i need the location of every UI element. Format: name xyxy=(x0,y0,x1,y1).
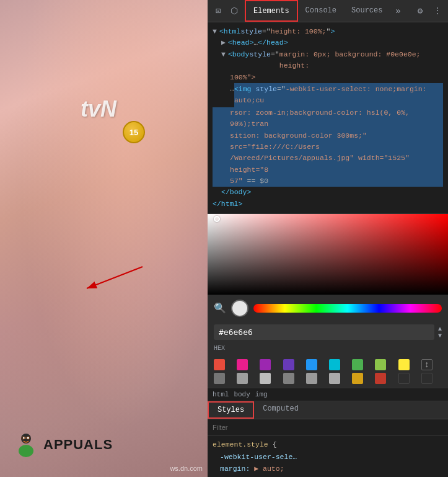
breadcrumb-img[interactable]: img xyxy=(255,391,268,398)
swatch-3[interactable] xyxy=(260,359,271,370)
breadcrumb-body[interactable]: body xyxy=(234,391,250,398)
html-line-3b: 100%"> xyxy=(213,72,443,83)
breadcrumb-html[interactable]: html xyxy=(213,391,229,398)
tab-sources[interactable]: Sources xyxy=(344,0,390,22)
svg-point-3 xyxy=(19,445,33,457)
filter-input[interactable] xyxy=(213,424,443,431)
swatch-6[interactable] xyxy=(329,359,340,370)
hue-slider[interactable] xyxy=(253,304,442,313)
settings-btn[interactable]: ⚙ xyxy=(412,3,428,19)
expand-icon-3[interactable]: ▼ xyxy=(221,49,226,60)
swatch-11[interactable] xyxy=(214,373,225,384)
settings-icon: ⚙ xyxy=(418,6,423,16)
tab-elements[interactable]: Elements xyxy=(245,0,298,22)
swatch-17[interactable] xyxy=(352,373,363,384)
preview-panel: tvN 15 xyxy=(0,0,208,477)
device-icon-btn[interactable]: ⬡ xyxy=(226,3,242,19)
appuals-text-label: APPUALS xyxy=(43,437,113,453)
tab-console[interactable]: Console xyxy=(298,0,344,22)
watermark: ws.dn.com xyxy=(170,465,203,472)
html-line-4b: rsor: zoom-in;background-color: hsl(0, 0… xyxy=(213,107,443,130)
more-options-btn[interactable]: ⋮ xyxy=(429,3,446,19)
swatch-12[interactable] xyxy=(237,373,248,384)
swatch-19[interactable] xyxy=(398,373,410,384)
css-rules-panel: element.style { -webkit-user-sele… margi… xyxy=(208,436,448,477)
hex-input[interactable] xyxy=(214,324,434,340)
css-rule-element-style: element.style { -webkit-user-sele… margi… xyxy=(213,439,443,477)
css-prop-webkit-select: -webkit-user-sele… xyxy=(213,451,443,463)
styles-tabs-row: Styles Computed xyxy=(208,401,448,419)
swatch-18[interactable] xyxy=(375,373,386,384)
hex-label: HEX xyxy=(208,345,448,355)
html-line-4e: 57" == $0 xyxy=(213,176,443,187)
expand-icon-2[interactable]: ▶ xyxy=(221,37,226,48)
tab-computed[interactable]: Computed xyxy=(254,401,307,419)
color-value-row: ▲ ▼ xyxy=(208,322,448,345)
color-swatches: ↕ xyxy=(208,355,448,388)
device-icon: ⬡ xyxy=(231,6,238,16)
color-picker-area: 🔍 ▲ ▼ HEX ↕ xyxy=(208,214,448,388)
swatch-9[interactable] xyxy=(398,359,410,370)
devtools-toolbar: ⊡ ⬡ Elements Console Sources » ⚙ ⋮ xyxy=(208,0,448,22)
html-line-2: ▶ <head>…</head> xyxy=(213,37,443,48)
arrow-annotation xyxy=(74,261,149,298)
filter-bar xyxy=(208,419,448,436)
swatch-20[interactable] xyxy=(421,373,433,384)
eyedropper-btn[interactable]: 🔍 xyxy=(214,302,226,314)
css-selector-1: element.style { xyxy=(213,439,443,451)
expand-icon-1[interactable]: ▼ xyxy=(213,26,217,37)
appuals-icon xyxy=(12,431,40,458)
color-canvas[interactable] xyxy=(208,214,448,295)
color-canvas-pointer[interactable] xyxy=(214,216,220,222)
html-code-panel: ▼ <html style="height: 100%;" > ▶ <head>… xyxy=(208,22,448,214)
inspect-icon: ⊡ xyxy=(216,6,221,16)
more-tabs-btn[interactable]: » xyxy=(390,3,406,19)
swatch-16[interactable] xyxy=(329,373,340,384)
tvn-logo: tvN xyxy=(81,96,116,122)
current-color-circle xyxy=(231,300,248,317)
swatch-13[interactable] xyxy=(260,373,271,384)
more-options-icon: ⋮ xyxy=(433,6,442,16)
html-line-4d: /Wareed/Pictures/appuals.jpg" width="152… xyxy=(213,153,443,176)
devtools-tabs: Elements Console Sources » xyxy=(245,0,412,22)
badge-circle: 15 xyxy=(123,121,145,143)
html-line-4c: sition: background-color 300ms;" src="fi… xyxy=(213,130,443,153)
breadcrumbs: html body img xyxy=(208,388,448,401)
inspect-icon-btn[interactable]: ⊡ xyxy=(210,3,226,19)
html-line-3: ▼ <body style="margin: 0px; background: … xyxy=(213,49,443,72)
selected-img-line[interactable]: <img style="-webkit-user-select: none;ma… xyxy=(234,83,443,107)
html-line-4: … <img style="-webkit-user-select: none;… xyxy=(213,83,443,107)
hex-arrows[interactable]: ▲ ▼ xyxy=(438,326,442,339)
html-line-1: ▼ <html style="height: 100%;" > xyxy=(213,26,443,37)
devtools-panel: ⊡ ⬡ Elements Console Sources » ⚙ ⋮ xyxy=(208,0,448,477)
html-line-6: </html> xyxy=(213,198,443,210)
color-tools-row: 🔍 xyxy=(208,295,448,322)
swatch-8[interactable] xyxy=(375,359,386,370)
swatch-2[interactable] xyxy=(237,359,248,370)
preview-background: tvN 15 xyxy=(0,0,208,477)
swatch-15[interactable] xyxy=(306,373,317,384)
swatch-14[interactable] xyxy=(283,373,294,384)
swatch-add[interactable]: ↕ xyxy=(421,359,433,370)
toolbar-right: ⚙ ⋮ xyxy=(412,3,446,19)
swatch-7[interactable] xyxy=(352,359,363,370)
tab-styles[interactable]: Styles xyxy=(208,401,254,419)
swatch-4[interactable] xyxy=(283,359,294,370)
more-tabs-icon: » xyxy=(395,6,400,16)
html-line-5: </body> xyxy=(213,187,443,198)
swatch-1[interactable] xyxy=(214,359,225,370)
css-prop-margin: margin: ▶ auto; xyxy=(213,463,443,475)
appuals-logo: APPUALS xyxy=(12,431,113,458)
swatch-5[interactable] xyxy=(306,359,317,370)
svg-line-1 xyxy=(87,267,143,288)
